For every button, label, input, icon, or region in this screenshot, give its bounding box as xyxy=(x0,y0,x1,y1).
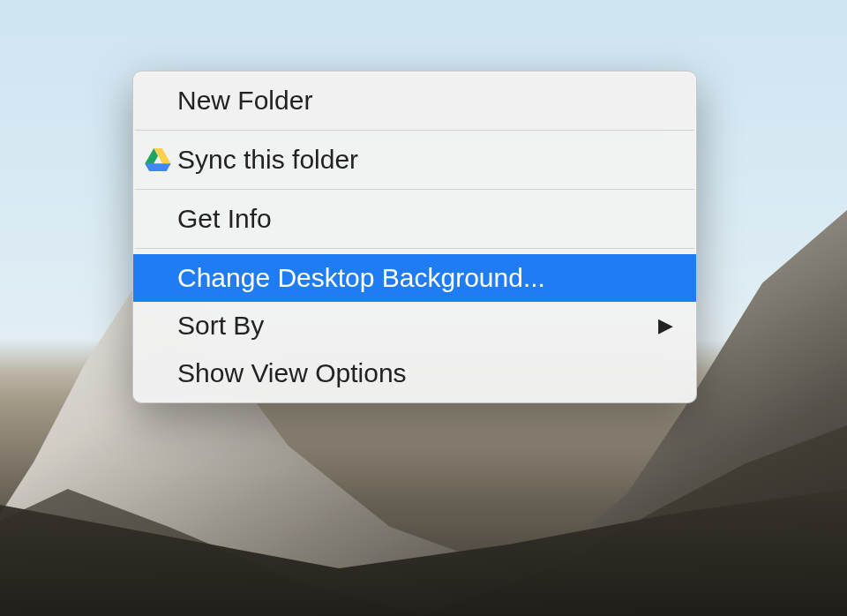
svg-marker-2 xyxy=(145,163,170,171)
menu-item-label: Change Desktop Background... xyxy=(177,263,673,293)
menu-separator xyxy=(135,248,694,249)
desktop-wallpaper[interactable]: New Folder Sync this folder Get Info Cha… xyxy=(0,0,847,616)
menu-item-sort-by[interactable]: Sort By ▶ xyxy=(133,302,696,349)
menu-item-sync-this-folder[interactable]: Sync this folder xyxy=(133,136,696,184)
menu-item-label: New Folder xyxy=(177,86,673,116)
google-drive-icon xyxy=(144,147,172,172)
menu-item-label: Show View Options xyxy=(177,358,673,388)
menu-item-label: Sync this folder xyxy=(177,145,673,175)
menu-separator xyxy=(135,189,694,190)
menu-item-show-view-options[interactable]: Show View Options xyxy=(133,349,696,397)
menu-item-new-folder[interactable]: New Folder xyxy=(133,77,696,124)
menu-separator xyxy=(135,130,694,131)
menu-item-label: Get Info xyxy=(177,204,673,234)
menu-item-change-desktop-background[interactable]: Change Desktop Background... xyxy=(133,254,696,302)
menu-item-label: Sort By xyxy=(177,311,658,341)
submenu-arrow-icon: ▶ xyxy=(658,314,673,337)
menu-item-get-info[interactable]: Get Info xyxy=(133,195,696,243)
desktop-context-menu: New Folder Sync this folder Get Info Cha… xyxy=(132,71,697,403)
